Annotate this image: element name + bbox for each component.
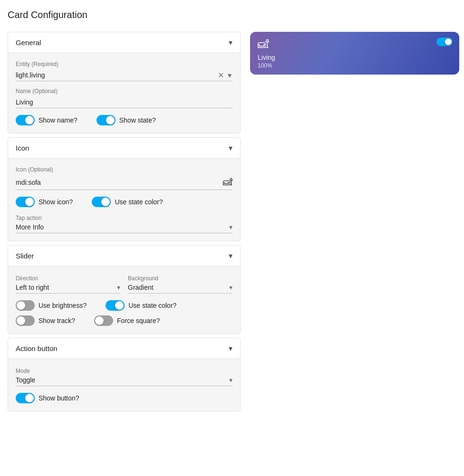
slider-section-body: Direction Left to right ▾ Background Gra…: [8, 266, 240, 333]
preview-card-name: Living: [258, 54, 275, 61]
show-icon-toggle-item: Show icon?: [16, 197, 73, 207]
use-brightness-toggle-item: Use brightness?: [16, 300, 87, 311]
preview-card-toggle[interactable]: [436, 38, 453, 48]
show-track-toggle-item: Show track?: [16, 315, 75, 326]
show-button-label: Show button?: [39, 394, 79, 402]
general-section-body: Entity (Required) ✕ ▾ Name (Optional): [8, 53, 240, 133]
preview-toggle-switch[interactable]: [436, 38, 453, 46]
use-brightness-toggle[interactable]: [16, 300, 35, 311]
icon-toggles-row: Show icon? Use state color?: [16, 197, 232, 207]
icon-field-group: Icon (Optional) 🛋: [16, 166, 232, 190]
entity-input-row: ✕ ▾: [16, 69, 232, 81]
mode-label: Mode: [16, 368, 30, 374]
icon-chevron-icon: ▾: [229, 143, 232, 152]
slider-section: Slider ▾ Direction Left to right ▾: [8, 245, 241, 334]
direction-group: Direction Left to right ▾: [16, 274, 120, 294]
background-select[interactable]: Gradient ▾: [128, 282, 232, 294]
slider-state-color-toggle[interactable]: [106, 300, 125, 311]
icon-input-row: 🛋: [16, 175, 232, 190]
preview-toggle-thumb: [445, 38, 452, 45]
icon-section: Icon ▾ Icon (Optional) 🛋: [8, 137, 241, 241]
slider-toggles-row1: Use brightness? Use state color?: [16, 300, 232, 311]
action-button-toggles-row: Show button?: [16, 393, 232, 403]
general-chevron-icon: ▾: [229, 38, 232, 47]
show-track-label: Show track?: [39, 317, 75, 324]
slider-selects-row: Direction Left to right ▾ Background Gra…: [16, 274, 232, 294]
force-square-toggle[interactable]: [94, 315, 113, 326]
icon-section-header[interactable]: Icon ▾: [8, 138, 240, 158]
show-name-toggle-item: Show name?: [16, 115, 77, 125]
slider-section-header[interactable]: Slider ▾: [8, 246, 240, 266]
show-button-toggle[interactable]: [16, 393, 35, 403]
slider-state-color-toggle-item: Use state color?: [106, 300, 176, 311]
icon-section-body: Icon (Optional) 🛋 S: [8, 158, 240, 241]
preview-card-content: 🛋 Living 100%: [258, 38, 275, 69]
entity-clear-button[interactable]: ✕: [217, 70, 225, 81]
icon-input[interactable]: [16, 179, 223, 186]
preview-panel: 🛋 Living 100%: [250, 32, 459, 75]
general-section-title: General: [16, 38, 41, 47]
background-value: Gradient: [128, 284, 229, 291]
entity-field-group: Entity (Required) ✕ ▾: [16, 61, 232, 81]
mode-value: Toggle: [16, 376, 229, 384]
page-title: Card Configuration: [8, 10, 456, 20]
icon-state-color-toggle-item: Use state color?: [92, 197, 163, 207]
action-button-section-body: Mode Toggle ▾ Show bu: [8, 359, 240, 411]
tap-action-label: Tap action: [16, 215, 42, 221]
icon-section-title: Icon: [16, 144, 29, 152]
use-brightness-label: Use brightness?: [39, 302, 87, 309]
show-track-thumb: [17, 316, 25, 325]
name-input[interactable]: [16, 96, 232, 108]
icon-optional-label: Icon (Optional): [16, 166, 232, 173]
slider-section-title: Slider: [16, 252, 34, 260]
direction-chevron-icon: ▾: [117, 284, 120, 291]
entity-input-actions: ✕ ▾: [217, 70, 232, 81]
direction-label: Direction: [16, 275, 38, 282]
tap-action-select[interactable]: More Info ▾: [16, 221, 232, 233]
force-square-label: Force square?: [117, 317, 160, 324]
preview-card-background: [250, 32, 459, 75]
background-label: Background: [128, 275, 158, 282]
direction-select[interactable]: Left to right ▾: [16, 282, 120, 294]
direction-value: Left to right: [16, 284, 117, 291]
show-state-thumb: [106, 116, 115, 124]
sofa-preview-icon: 🛋: [223, 177, 232, 188]
show-button-toggle-item: Show button?: [16, 393, 79, 403]
mode-group: Mode Toggle ▾: [16, 367, 232, 386]
mode-select[interactable]: Toggle ▾: [16, 374, 232, 386]
show-icon-toggle[interactable]: [16, 197, 35, 207]
show-name-label: Show name?: [39, 116, 77, 124]
entity-dropdown-button[interactable]: ▾: [227, 70, 232, 81]
icon-state-color-toggle[interactable]: [92, 197, 111, 207]
general-section-header[interactable]: General ▾: [8, 32, 240, 53]
general-toggles-row: Show name? Show state?: [16, 115, 232, 125]
action-button-section-header[interactable]: Action button ▾: [8, 338, 240, 359]
use-brightness-thumb: [17, 301, 25, 310]
general-section: General ▾ Entity (Required) ✕ ▾: [8, 32, 241, 133]
show-name-thumb: [25, 116, 34, 124]
background-group: Background Gradient ▾: [128, 274, 232, 294]
background-chevron-icon: ▾: [229, 284, 232, 291]
action-button-chevron-icon: ▾: [229, 344, 232, 353]
preview-card-state: 100%: [258, 62, 275, 69]
show-button-thumb: [25, 394, 34, 402]
action-button-section-title: Action button: [16, 344, 58, 352]
action-button-section: Action button ▾ Mode Toggle ▾: [8, 338, 241, 411]
show-state-toggle-item: Show state?: [97, 115, 156, 125]
show-name-toggle[interactable]: [16, 115, 35, 125]
icon-use-state-color-label: Use state color?: [115, 198, 163, 206]
show-icon-label: Show icon?: [39, 198, 73, 206]
slider-use-state-color-label: Use state color?: [128, 302, 176, 309]
preview-card-icon: 🛋: [258, 38, 275, 51]
tap-action-chevron-icon: ▾: [229, 223, 232, 231]
name-label: Name (Optional): [16, 88, 232, 95]
show-track-toggle[interactable]: [16, 315, 35, 326]
show-state-toggle[interactable]: [97, 115, 116, 125]
force-square-thumb: [95, 316, 104, 325]
tap-action-group: Tap action More Info ▾: [16, 214, 232, 233]
show-state-label: Show state?: [119, 116, 156, 124]
entity-input[interactable]: [16, 69, 217, 81]
config-panel: General ▾ Entity (Required) ✕ ▾: [8, 32, 241, 411]
name-field-group: Name (Optional): [16, 88, 232, 108]
mode-chevron-icon: ▾: [229, 376, 232, 384]
